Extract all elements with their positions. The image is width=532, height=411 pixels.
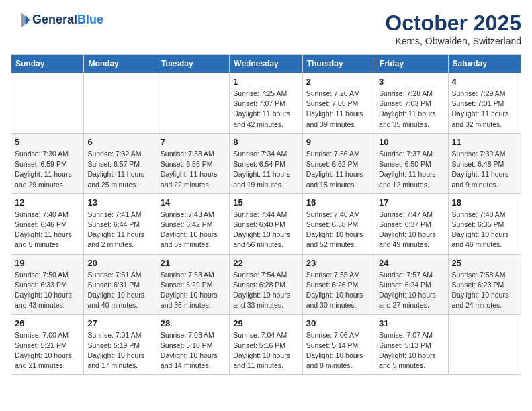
day-info: Sunrise: 7:00 AMSunset: 5:21 PMDaylight:… [15, 330, 80, 371]
day-info: Sunrise: 7:36 AMSunset: 6:52 PMDaylight:… [306, 149, 371, 190]
day-info: Sunrise: 7:41 AMSunset: 6:44 PMDaylight:… [87, 210, 152, 250]
day-info: Sunrise: 7:32 AMSunset: 6:57 PMDaylight:… [87, 149, 152, 190]
day-info: Sunrise: 7:55 AMSunset: 6:26 PMDaylight:… [306, 270, 371, 311]
day-number: 30 [306, 318, 371, 328]
calendar-cell: 17Sunrise: 7:47 AMSunset: 6:37 PMDayligh… [375, 193, 448, 254]
day-number: 10 [379, 137, 444, 147]
day-info: Sunrise: 7:33 AMSunset: 6:56 PMDaylight:… [161, 149, 226, 190]
day-info: Sunrise: 7:34 AMSunset: 6:54 PMDaylight:… [233, 149, 298, 190]
column-header-saturday: Saturday [448, 55, 521, 73]
calendar-week-row: 5Sunrise: 7:30 AMSunset: 6:59 PMDaylight… [11, 133, 521, 193]
calendar-cell: 21Sunrise: 7:53 AMSunset: 6:29 PMDayligh… [157, 254, 229, 314]
calendar-week-row: 26Sunrise: 7:00 AMSunset: 5:21 PMDayligh… [11, 314, 521, 375]
day-info: Sunrise: 7:30 AMSunset: 6:59 PMDaylight:… [15, 149, 80, 190]
calendar-cell: 30Sunrise: 7:06 AMSunset: 5:14 PMDayligh… [302, 314, 375, 375]
calendar-cell: 12Sunrise: 7:40 AMSunset: 6:46 PMDayligh… [11, 193, 84, 254]
day-number: 16 [306, 197, 371, 208]
calendar-cell: 31Sunrise: 7:07 AMSunset: 5:13 PMDayligh… [375, 314, 448, 375]
day-number: 3 [379, 77, 444, 87]
calendar-week-row: 19Sunrise: 7:50 AMSunset: 6:33 PMDayligh… [11, 254, 521, 314]
calendar-cell [11, 73, 84, 134]
calendar-cell: 6Sunrise: 7:32 AMSunset: 6:57 PMDaylight… [84, 133, 157, 193]
day-number: 2 [306, 77, 371, 87]
day-info: Sunrise: 7:46 AMSunset: 6:38 PMDaylight:… [306, 210, 371, 250]
day-number: 23 [306, 258, 371, 268]
calendar-cell: 15Sunrise: 7:44 AMSunset: 6:40 PMDayligh… [230, 193, 302, 254]
day-info: Sunrise: 7:57 AMSunset: 6:24 PMDaylight:… [379, 270, 444, 311]
column-header-thursday: Thursday [302, 55, 375, 73]
day-info: Sunrise: 7:07 AMSunset: 5:13 PMDaylight:… [379, 330, 444, 371]
day-number: 18 [452, 197, 517, 208]
day-info: Sunrise: 7:48 AMSunset: 6:35 PMDaylight:… [452, 210, 517, 250]
calendar-cell: 20Sunrise: 7:51 AMSunset: 6:31 PMDayligh… [84, 254, 157, 314]
logo: GeneralBlue [11, 11, 103, 30]
day-info: Sunrise: 7:03 AMSunset: 5:18 PMDaylight:… [161, 330, 226, 371]
day-number: 27 [87, 318, 152, 328]
calendar-cell: 7Sunrise: 7:33 AMSunset: 6:56 PMDaylight… [157, 133, 229, 193]
logo-icon [11, 11, 30, 30]
month-title: October 2025 [385, 11, 521, 36]
day-number: 1 [233, 77, 298, 87]
day-number: 17 [379, 197, 444, 208]
calendar-cell: 27Sunrise: 7:01 AMSunset: 5:19 PMDayligh… [84, 314, 157, 375]
calendar-cell: 29Sunrise: 7:04 AMSunset: 5:16 PMDayligh… [230, 314, 302, 375]
day-info: Sunrise: 7:53 AMSunset: 6:29 PMDaylight:… [161, 270, 226, 311]
day-number: 15 [233, 197, 298, 208]
calendar-week-row: 1Sunrise: 7:25 AMSunset: 7:07 PMDaylight… [11, 73, 521, 134]
day-number: 5 [15, 137, 80, 147]
calendar-cell: 19Sunrise: 7:50 AMSunset: 6:33 PMDayligh… [11, 254, 84, 314]
day-number: 29 [233, 318, 298, 328]
calendar-cell: 24Sunrise: 7:57 AMSunset: 6:24 PMDayligh… [375, 254, 448, 314]
day-info: Sunrise: 7:25 AMSunset: 7:07 PMDaylight:… [233, 89, 298, 130]
day-number: 25 [452, 258, 517, 268]
calendar-cell: 18Sunrise: 7:48 AMSunset: 6:35 PMDayligh… [448, 193, 521, 254]
calendar-cell: 23Sunrise: 7:55 AMSunset: 6:26 PMDayligh… [302, 254, 375, 314]
day-number: 22 [233, 258, 298, 268]
calendar-cell: 11Sunrise: 7:39 AMSunset: 6:48 PMDayligh… [448, 133, 521, 193]
day-number: 24 [379, 258, 444, 268]
day-number: 19 [15, 258, 80, 268]
day-number: 4 [452, 77, 517, 87]
location: Kerns, Obwalden, Switzerland [385, 36, 521, 46]
day-info: Sunrise: 7:29 AMSunset: 7:01 PMDaylight:… [452, 89, 517, 130]
day-info: Sunrise: 7:37 AMSunset: 6:50 PMDaylight:… [379, 149, 444, 190]
day-number: 28 [161, 318, 226, 328]
day-info: Sunrise: 7:47 AMSunset: 6:37 PMDaylight:… [379, 210, 444, 250]
column-header-sunday: Sunday [11, 55, 84, 73]
calendar-cell: 1Sunrise: 7:25 AMSunset: 7:07 PMDaylight… [230, 73, 302, 134]
day-number: 9 [306, 137, 371, 147]
day-number: 26 [15, 318, 80, 328]
day-info: Sunrise: 7:04 AMSunset: 5:16 PMDaylight:… [233, 330, 298, 371]
calendar-cell: 26Sunrise: 7:00 AMSunset: 5:21 PMDayligh… [11, 314, 84, 375]
day-number: 20 [87, 258, 152, 268]
column-header-monday: Monday [84, 55, 157, 73]
calendar-table: SundayMondayTuesdayWednesdayThursdayFrid… [11, 54, 521, 375]
calendar-cell: 10Sunrise: 7:37 AMSunset: 6:50 PMDayligh… [375, 133, 448, 193]
day-info: Sunrise: 7:06 AMSunset: 5:14 PMDaylight:… [306, 330, 371, 371]
calendar-cell: 22Sunrise: 7:54 AMSunset: 6:28 PMDayligh… [230, 254, 302, 314]
column-header-wednesday: Wednesday [230, 55, 302, 73]
day-info: Sunrise: 7:51 AMSunset: 6:31 PMDaylight:… [87, 270, 152, 311]
day-info: Sunrise: 7:01 AMSunset: 5:19 PMDaylight:… [87, 330, 152, 371]
calendar-week-row: 12Sunrise: 7:40 AMSunset: 6:46 PMDayligh… [11, 193, 521, 254]
calendar-cell [157, 73, 229, 134]
column-header-tuesday: Tuesday [157, 55, 229, 73]
day-info: Sunrise: 7:39 AMSunset: 6:48 PMDaylight:… [452, 149, 517, 190]
day-number: 21 [161, 258, 226, 268]
calendar-cell: 3Sunrise: 7:28 AMSunset: 7:03 PMDaylight… [375, 73, 448, 134]
day-number: 7 [161, 137, 226, 147]
calendar-cell [84, 73, 157, 134]
calendar-cell: 14Sunrise: 7:43 AMSunset: 6:42 PMDayligh… [157, 193, 229, 254]
calendar-cell [448, 314, 521, 375]
calendar-cell: 16Sunrise: 7:46 AMSunset: 6:38 PMDayligh… [302, 193, 375, 254]
title-block: October 2025 Kerns, Obwalden, Switzerlan… [385, 11, 521, 46]
page-header: GeneralBlue October 2025 Kerns, Obwalden… [11, 11, 521, 46]
day-number: 6 [87, 137, 152, 147]
calendar-cell: 4Sunrise: 7:29 AMSunset: 7:01 PMDaylight… [448, 73, 521, 134]
day-info: Sunrise: 7:28 AMSunset: 7:03 PMDaylight:… [379, 89, 444, 130]
day-info: Sunrise: 7:50 AMSunset: 6:33 PMDaylight:… [15, 270, 80, 311]
logo-text: GeneralBlue [32, 13, 103, 27]
day-number: 14 [161, 197, 226, 208]
day-info: Sunrise: 7:58 AMSunset: 6:23 PMDaylight:… [452, 270, 517, 311]
day-info: Sunrise: 7:54 AMSunset: 6:28 PMDaylight:… [233, 270, 298, 311]
